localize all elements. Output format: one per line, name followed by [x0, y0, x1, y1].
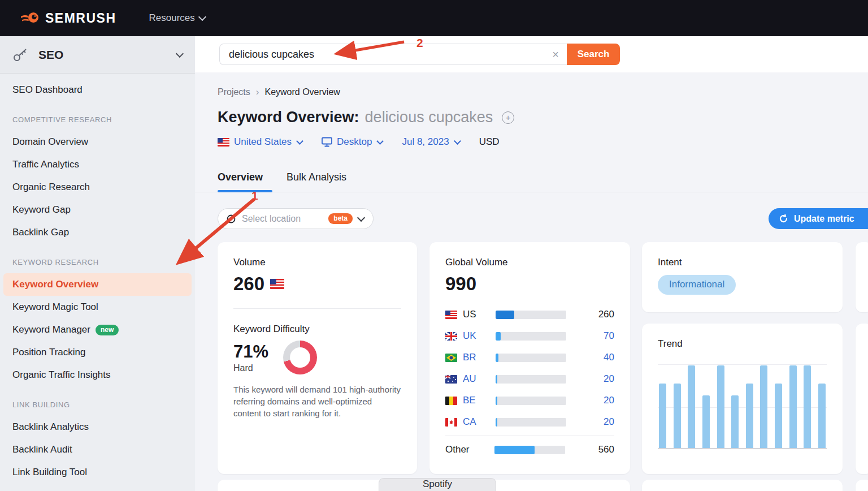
trend-bar — [789, 365, 797, 448]
chevron-down-icon — [176, 49, 184, 57]
sidebar-item-label: Position Tracking — [12, 347, 85, 358]
currency-label: USD — [479, 136, 500, 148]
volume-bar-fill — [496, 354, 498, 362]
trend-bar-chart — [658, 364, 827, 449]
us-flag-icon — [218, 138, 229, 147]
trend-bar — [688, 365, 695, 448]
trend-bar — [702, 395, 710, 448]
sidebar-item-link-building-tool[interactable]: Link Building Tool — [3, 461, 192, 484]
spotify-window-tab[interactable]: Spotify — [379, 478, 496, 491]
trend-bar — [659, 384, 666, 448]
sidebar-section-header: COMPETITIVE RESEARCH — [0, 108, 195, 131]
uk-flag-icon — [445, 332, 457, 341]
semrush-flame-icon — [20, 11, 40, 25]
desktop-icon — [322, 137, 332, 147]
search-button[interactable]: Search — [567, 44, 620, 65]
sidebar-item-seo-dashboard[interactable]: SEO Dashboard — [3, 79, 192, 101]
sidebar-item-keyword-gap[interactable]: Keyword Gap — [3, 199, 192, 221]
new-badge: new — [96, 325, 119, 335]
volume-value: 20 — [572, 373, 614, 385]
add-keyword-icon[interactable]: + — [502, 111, 514, 124]
update-metrics-label: Update metric — [794, 214, 854, 224]
trend-title: Trend — [658, 338, 827, 350]
global-volume-row-br: BR40 — [445, 347, 614, 368]
trend-bar — [818, 384, 826, 448]
device-filter-label: Desktop — [337, 136, 372, 148]
trend-bar — [674, 384, 681, 448]
volume-bar-fill — [494, 446, 535, 454]
partial-card — [856, 480, 868, 491]
global-volume-row-be: BE20 — [445, 390, 614, 411]
volume-value: 260 — [572, 309, 614, 320]
country-filter[interactable]: United States — [218, 136, 302, 148]
sidebar-item-position-tracking[interactable]: Position Tracking — [3, 341, 192, 364]
global-volume-row-us: US260 — [445, 304, 614, 325]
trend-bar — [731, 395, 739, 448]
volume-value: 260 — [233, 273, 264, 295]
select-location-placeholder: Select location — [242, 214, 323, 224]
device-filter[interactable]: Desktop — [322, 136, 383, 148]
semrush-logo[interactable]: SEMRUSH — [20, 11, 116, 26]
chevron-down-icon — [296, 137, 303, 145]
update-metrics-button[interactable]: Update metric — [769, 208, 868, 229]
breadcrumb-projects[interactable]: Projects — [218, 87, 250, 97]
sidebar-item-bulk-analysis[interactable]: Bulk Analysis — [3, 484, 192, 491]
other-divider — [445, 436, 614, 436]
card-divider — [233, 308, 401, 309]
trend-bar — [775, 384, 782, 448]
global-volume-row-uk: UK70 — [445, 325, 614, 347]
sidebar-item-label: Keyword Overview — [12, 279, 98, 290]
sidebar-item-keyword-manager[interactable]: Keyword Managernew — [3, 318, 192, 341]
search-input[interactable] — [228, 48, 544, 61]
sidebar-section-header: KEYWORD RESEARCH — [0, 251, 195, 273]
us-flag-icon — [270, 279, 284, 289]
sidebar: SEO SEO DashboardCOMPETITIVE RESEARCHDom… — [0, 36, 196, 491]
sidebar-title: SEO — [38, 48, 168, 62]
country-filter-label: United States — [234, 136, 292, 148]
breadcrumb: Projects › Keyword Overview — [218, 87, 340, 98]
sidebar-item-backlink-analytics[interactable]: Backlink Analytics — [3, 416, 192, 438]
sidebar-item-traffic-analytics[interactable]: Traffic Analytics — [3, 153, 192, 176]
page-title: Keyword Overview: delicious cupcakes + — [218, 109, 514, 126]
tab-bulk-analysis[interactable]: Bulk Analysis — [287, 171, 346, 192]
search-box: × — [219, 44, 567, 65]
sidebar-seo-header[interactable]: SEO — [0, 36, 195, 74]
trend-bar — [760, 365, 767, 448]
sidebar-item-label: Backlink Gap — [12, 227, 69, 238]
partial-card — [856, 242, 868, 312]
us-flag-icon — [445, 311, 457, 319]
sidebar-item-keyword-overview[interactable]: Keyword Overview — [3, 273, 192, 296]
spotify-tab-label: Spotify — [423, 479, 452, 490]
sidebar-item-organic-traffic-insights[interactable]: Organic Traffic Insights — [3, 364, 192, 386]
be-flag-icon — [445, 397, 457, 405]
trend-bar — [804, 365, 811, 448]
chevron-down-icon — [198, 13, 206, 21]
intent-title: Intent — [658, 257, 827, 268]
difficulty-title: Keyword Difficulty — [233, 324, 401, 335]
clear-search-icon[interactable]: × — [552, 49, 559, 60]
search-bar-row: × Search — [195, 36, 868, 73]
volume-bar — [496, 397, 566, 405]
sidebar-item-backlink-gap[interactable]: Backlink Gap — [3, 221, 192, 244]
global-volume-row-au: AU20 — [445, 368, 614, 390]
sidebar-item-label: Backlink Audit — [12, 444, 72, 455]
date-filter[interactable]: Jul 8, 2023 — [402, 136, 459, 148]
volume-bar-fill — [496, 332, 501, 341]
global-volume-card: Global Volume 990 US260UK70BR40AU20BE20C… — [429, 242, 630, 474]
sidebar-item-domain-overview[interactable]: Domain Overview — [3, 131, 192, 153]
select-location-dropdown[interactable]: Select location beta — [218, 208, 374, 229]
volume-title: Volume — [233, 257, 401, 268]
volume-bar — [496, 332, 566, 341]
breadcrumb-current: Keyword Overview — [264, 87, 340, 97]
sidebar-item-label: Traffic Analytics — [12, 159, 79, 170]
global-volume-row-ca: CA20 — [445, 411, 614, 433]
page-title-label: Keyword Overview: — [218, 109, 359, 126]
resources-menu[interactable]: Resources — [149, 12, 205, 24]
sidebar-item-organic-research[interactable]: Organic Research — [3, 176, 192, 199]
sidebar-item-backlink-audit[interactable]: Backlink Audit — [3, 438, 192, 461]
volume-value: 40 — [572, 352, 614, 363]
global-volume-value: 990 — [445, 273, 476, 295]
br-flag-icon — [445, 354, 457, 362]
intent-card: Intent Informational — [642, 242, 843, 312]
sidebar-item-keyword-magic-tool[interactable]: Keyword Magic Tool — [3, 296, 192, 318]
